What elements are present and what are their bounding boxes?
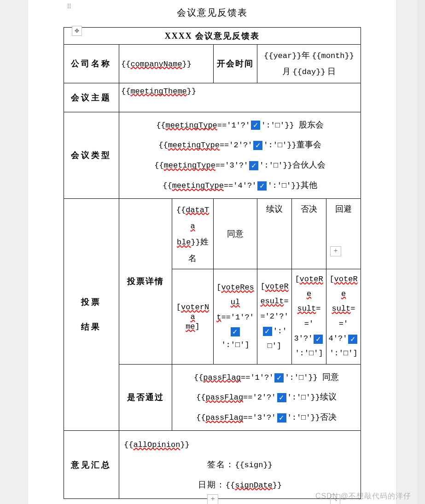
year-suffix: 年	[302, 51, 310, 60]
document-page: ⠿ 会议意见反馈表 ✥ XXXX 会议意见反馈表 公司名称 {{companyN…	[28, 0, 397, 504]
vote-result-label: 投票 结果	[64, 198, 119, 430]
col-continue: 续议	[257, 198, 291, 269]
checkbox-icon: ✓	[263, 327, 272, 336]
vote-label-1: 投票	[81, 297, 101, 307]
col-abstain: 回避	[326, 198, 361, 269]
checkbox-icon: ✓	[249, 161, 258, 170]
feedback-table: XXXX 会议意见反馈表 公司名称 {{companyName}} 开会时间 {…	[64, 27, 361, 499]
add-row-button[interactable]: +	[207, 494, 218, 504]
checkbox-icon: ✓	[251, 121, 260, 130]
type-values: {{meetingType=='1'?'✓':'□'}} 股东会 {{meeti…	[119, 112, 361, 198]
vote-result-3: [voteResult=='3'?'✓':'□']	[291, 269, 326, 364]
name-col-header: {{dataTable}}姓名	[172, 198, 213, 269]
pass-values: {{passFlag=='1'?'✓':'□'}} 同意 {{passFlag=…	[172, 364, 361, 430]
document-title: 会议意见反馈表	[28, 6, 396, 19]
vote-label-2: 结果	[81, 322, 101, 331]
vote-result-2: [voteResult=='2'?'✓':'□']	[257, 269, 291, 364]
company-label: 公司名称	[64, 45, 119, 83]
company-value: {{companyName}}	[119, 45, 213, 83]
sign-label: 签名：	[207, 455, 235, 475]
time-label: 开会时间	[213, 45, 257, 83]
vote-result-1: [voteResult=='1'?'✓':'□']	[213, 269, 257, 364]
date-label: 日期：	[198, 475, 226, 495]
watermark-text: CSDN @不想敲代码的洋仔	[315, 492, 411, 501]
add-column-button[interactable]: +	[330, 246, 341, 256]
month-suffix: 月	[282, 67, 291, 76]
type-label: 会议类型	[64, 112, 119, 198]
day-suffix: 日	[327, 67, 336, 76]
right-gutter	[417, 0, 425, 504]
opinion-label: 意见汇总	[64, 431, 119, 499]
table-header: XXXX 会议意见反馈表	[64, 28, 361, 45]
checkbox-icon: ✓	[253, 141, 262, 150]
col-reject: 否决	[291, 198, 326, 269]
opinion-cell: {{allOpinion}} 签名：{{sign}} 日期：{{signDate…	[119, 431, 361, 499]
checkbox-icon: ✓	[277, 413, 286, 423]
col-agree: 同意	[213, 198, 257, 269]
vote-detail-label: 投票详情	[119, 198, 172, 364]
checkbox-icon: ✓	[274, 373, 284, 382]
checkbox-icon: ✓	[277, 393, 286, 402]
drag-dots-icon[interactable]: ⠿	[67, 3, 72, 11]
checkbox-icon: ✓	[314, 335, 323, 344]
checkbox-icon: ✓	[348, 335, 357, 344]
vote-result-4: [voteResult=='4'?'✓':'□']	[326, 269, 361, 364]
time-value: {{year}}年 {{month}} 月 {{day}} 日	[257, 45, 361, 83]
theme-label: 会议主题	[64, 83, 119, 112]
move-anchor-icon[interactable]: ✥	[72, 26, 82, 36]
pass-label: 是否通过	[119, 364, 172, 430]
checkbox-icon: ✓	[231, 327, 240, 336]
voter-name-cell: [voterName]	[172, 269, 213, 364]
checkbox-icon: ✓	[257, 181, 267, 191]
theme-value: {{meetingTheme}}	[119, 83, 361, 112]
